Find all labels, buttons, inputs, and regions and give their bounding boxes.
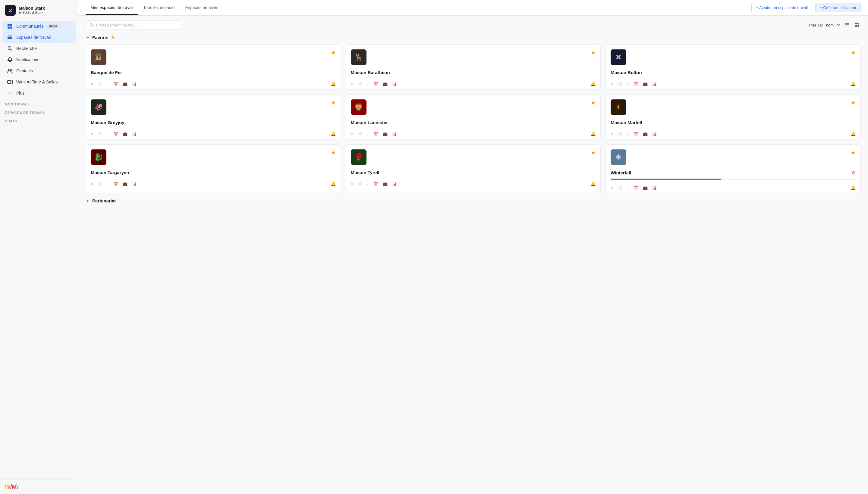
search-box[interactable]: Filtrer par nom ou tag... <box>86 20 182 30</box>
check-icon[interactable]: ✓ <box>626 186 630 190</box>
sidebar-item-contacts[interactable]: Contacts <box>2 65 76 76</box>
notification-bell[interactable]: 🔔 <box>851 131 856 136</box>
calendar-icon[interactable]: 📅 <box>114 132 118 136</box>
briefcase-icon[interactable]: 💼 <box>643 186 648 190</box>
briefcase-icon[interactable]: 💼 <box>643 82 648 86</box>
chart-icon[interactable]: 📊 <box>652 82 657 86</box>
doc-icon[interactable]: 📄 <box>617 186 622 190</box>
notification-bell[interactable]: 🔔 <box>331 131 336 136</box>
doc-icon[interactable]: 📄 <box>357 82 362 86</box>
notification-bell[interactable]: 🔔 <box>590 181 595 186</box>
chart-icon[interactable]: 📊 <box>652 132 657 136</box>
section-partenariat-header[interactable]: Partenariat <box>86 198 861 203</box>
chart-icon[interactable]: 📊 <box>132 182 136 186</box>
notification-bell[interactable]: 🔔 <box>590 131 595 136</box>
calendar-icon[interactable]: 📅 <box>374 182 378 186</box>
sort-chevron-icon[interactable] <box>837 23 840 27</box>
card-greyjoy[interactable]: 🦑 ★ Maison Greyjoy # 📄 ✓ 📅 💼 📊 🔔 <box>86 94 341 139</box>
check-icon[interactable]: ✓ <box>366 182 370 186</box>
doc-icon[interactable]: 📄 <box>97 182 102 186</box>
star-tyrell[interactable]: ★ <box>591 149 595 156</box>
card-winterfell[interactable]: ❄ ★ Winterfell ⊘ # 📄 ✓ 📅 <box>606 144 861 193</box>
star-targaryen[interactable]: ★ <box>331 149 336 156</box>
notification-bell[interactable]: 🔔 <box>851 81 856 86</box>
create-user-button[interactable]: + Créer un utilisateur <box>815 3 861 12</box>
sidebar-item-more[interactable]: Plus <box>2 88 76 98</box>
hashtag-icon[interactable]: # <box>91 82 93 86</box>
star-winterfell[interactable]: ★ <box>851 149 856 156</box>
hashtag-icon[interactable]: # <box>351 82 353 86</box>
briefcase-icon[interactable]: 💼 <box>643 132 648 136</box>
doc-icon[interactable]: 📄 <box>357 182 362 186</box>
sort-list-icon[interactable] <box>843 21 851 29</box>
calendar-icon[interactable]: 📅 <box>374 132 378 136</box>
card-martell[interactable]: ☀ ★ Maison Martell # 📄 ✓ 📅 💼 📊 🔔 <box>606 94 861 139</box>
card-baratheon[interactable]: 🦌 ★ Maison Baratheon # 📄 ✓ 📅 💼 📊 🔔 <box>346 44 601 90</box>
calendar-icon[interactable]: 📅 <box>114 182 118 186</box>
hashtag-icon[interactable]: # <box>351 132 353 136</box>
card-lannister[interactable]: 🦁 ★ Maison Lannister # 📄 ✓ 📅 💼 📊 🔔 <box>346 94 601 139</box>
briefcase-icon[interactable]: 💼 <box>383 82 388 86</box>
sidebar-item-search[interactable]: Recherche <box>2 43 76 54</box>
calendar-icon[interactable]: 📅 <box>114 82 118 86</box>
calendar-icon[interactable]: 📅 <box>374 82 378 86</box>
briefcase-icon[interactable]: 💼 <box>123 182 128 186</box>
card-tyrell[interactable]: 🌹 ★ Maison Tyrell # 📄 ✓ 📅 💼 📊 🔔 <box>346 144 601 193</box>
star-lannister[interactable]: ★ <box>591 99 595 106</box>
sidebar-item-workspaces[interactable]: Espaces de travail <box>2 32 76 43</box>
card-bolton[interactable]: ✖ ★ Maison Bolton # 📄 ✓ 📅 💼 📊 🔔 <box>606 44 861 90</box>
hashtag-icon[interactable]: # <box>91 182 93 186</box>
card-banque-fer[interactable]: 🏛 ★ Banque de Fer # 📄 ✓ 📅 💼 📊 🔔 <box>86 44 341 90</box>
calendar-icon[interactable]: 📅 <box>634 132 639 136</box>
chart-icon[interactable]: 📊 <box>392 82 396 86</box>
notification-bell[interactable]: 🔔 <box>331 81 336 86</box>
chart-icon[interactable]: 📊 <box>132 82 136 86</box>
hashtag-icon[interactable]: # <box>611 186 613 190</box>
doc-icon[interactable]: 📄 <box>617 82 622 86</box>
notification-bell[interactable]: 🔔 <box>331 181 336 186</box>
notification-bell[interactable]: 🔔 <box>590 81 595 86</box>
sidebar-item-airtime[interactable]: Wimi AirTime & Salles <box>2 77 76 87</box>
sidebar-item-notifications[interactable]: Notifications <box>2 54 76 65</box>
hashtag-icon[interactable]: # <box>91 132 93 136</box>
doc-icon[interactable]: 📄 <box>357 132 362 136</box>
sort-grid-icon[interactable] <box>853 21 861 29</box>
check-icon[interactable]: ✓ <box>626 132 630 136</box>
briefcase-icon[interactable]: 💼 <box>383 182 388 186</box>
calendar-icon[interactable]: 📅 <box>634 186 639 190</box>
briefcase-icon[interactable]: 💼 <box>123 132 128 136</box>
sidebar-item-communities[interactable]: Communautés BETA <box>2 21 76 32</box>
briefcase-icon[interactable]: 💼 <box>383 132 388 136</box>
hashtag-icon[interactable]: # <box>351 182 353 186</box>
check-icon[interactable]: ✓ <box>626 82 630 86</box>
star-banque-fer[interactable]: ★ <box>331 50 336 56</box>
star-baratheon[interactable]: ★ <box>591 50 595 56</box>
star-bolton[interactable]: ★ <box>851 50 856 56</box>
tab-archives[interactable]: Espaces archivés <box>181 1 223 15</box>
doc-icon[interactable]: 📄 <box>97 82 102 86</box>
check-icon[interactable]: ✓ <box>366 82 370 86</box>
star-martell[interactable]: ★ <box>851 99 856 106</box>
chart-icon[interactable]: 📊 <box>392 182 396 186</box>
section-favoris-header[interactable]: Favoris ★ <box>86 35 861 40</box>
check-icon[interactable]: ✓ <box>106 182 109 186</box>
add-workspace-button[interactable]: + Ajouter un espace de travail <box>751 3 812 12</box>
tab-tous-espaces[interactable]: Tous les espaces <box>138 1 180 15</box>
briefcase-icon[interactable]: 💼 <box>123 82 128 86</box>
hashtag-icon[interactable]: # <box>611 132 613 136</box>
check-icon[interactable]: ✓ <box>106 82 109 86</box>
notification-bell[interactable]: 🔔 <box>851 185 856 190</box>
sort-value[interactable]: nom <box>826 23 834 27</box>
chart-icon[interactable]: 📊 <box>132 132 136 136</box>
tab-mes-espaces[interactable]: Mes espaces de travail <box>86 1 138 15</box>
doc-icon[interactable]: 📄 <box>97 132 102 136</box>
check-icon[interactable]: ✓ <box>366 132 370 136</box>
card-targaryen[interactable]: 🐉 ★ Maison Targaryen # 📄 ✓ 📅 💼 📊 🔔 <box>86 144 341 193</box>
hashtag-icon[interactable]: # <box>611 82 613 86</box>
check-icon[interactable]: ✓ <box>106 132 109 136</box>
chart-icon[interactable]: 📊 <box>652 186 657 190</box>
calendar-icon[interactable]: 📅 <box>634 82 639 86</box>
doc-icon[interactable]: 📄 <box>617 132 622 136</box>
star-greyjoy[interactable]: ★ <box>331 99 336 106</box>
chart-icon[interactable]: 📊 <box>392 132 396 136</box>
